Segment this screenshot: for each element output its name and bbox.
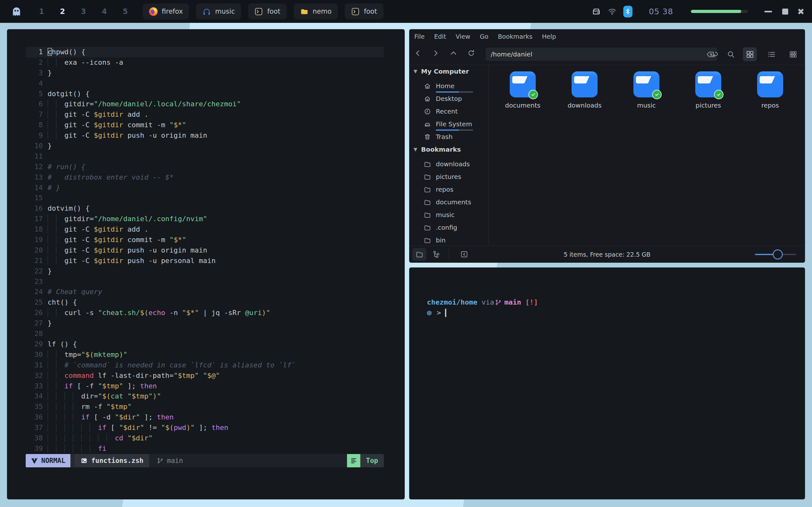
ghost-logo-icon[interactable] (11, 6, 22, 17)
up-button[interactable] (449, 49, 458, 57)
code-line-37[interactable]: 37▏ ▏ ▏ ▏ ▏ ▏ if [ "$dir" != "$(pwd)" ];… (26, 422, 384, 433)
code-line-38[interactable]: 38▏ ▏ ▏ ▏ ▏ ▏ ▏ ▏ cd "$dir" (26, 433, 384, 444)
code-line-17[interactable]: 17▏ ▏ gitdir="/home/daniel/.config/nvim" (26, 214, 384, 224)
back-button[interactable] (414, 49, 422, 57)
sidebar-item-home[interactable]: Home (409, 79, 489, 92)
sidebar-item-config[interactable]: .config (409, 221, 489, 234)
toggle-location-entry-icon[interactable] (710, 50, 719, 59)
code-line-27[interactable]: 27} (26, 318, 384, 329)
code-line-6[interactable]: 6▏ ▏ gitdir="/home/daniel/.local/share/c… (26, 99, 384, 109)
bluetooth-icon[interactable] (623, 6, 632, 17)
location-bar[interactable]: /home/daniel (486, 48, 717, 61)
taskbar-app-firefox[interactable]: firefox (143, 3, 189, 19)
close-button[interactable]: ✖ (797, 7, 804, 16)
sidebar-item-bin[interactable]: bin (409, 234, 489, 246)
zoom-slider[interactable] (755, 254, 796, 255)
menu-view[interactable]: View (455, 33, 470, 40)
code-line-10[interactable]: 10} (26, 141, 384, 151)
sidebar-item-file-system[interactable]: File System (409, 118, 489, 130)
disk-icon[interactable] (591, 7, 601, 16)
prompt-caret: > (437, 307, 441, 318)
code-line-24[interactable]: 24# Cheat query (26, 287, 384, 297)
workspace-5[interactable]: 5 (121, 7, 129, 15)
code-line-25[interactable]: 25cht() { (26, 297, 384, 308)
sidebar-item-desktop[interactable]: Desktop (409, 92, 489, 105)
code-line-7[interactable]: 7▏ ▏ git -C $gitdir add . (26, 109, 384, 120)
code-line-39[interactable]: 39▏ ▏ ▏ ▏ ▏ ▏ fi (26, 444, 384, 454)
code-line-1[interactable]: 1chpwd() { (26, 47, 384, 57)
code-line-23[interactable]: 23 (26, 277, 384, 287)
code-line-31[interactable]: 31▏ ▏ # `command` is needed in case `lfc… (26, 360, 384, 371)
sidebar-item-music[interactable]: music (409, 209, 489, 221)
sidebar-item-pictures[interactable]: pictures (409, 170, 489, 183)
code-line-18[interactable]: 18▏ ▏ git -C $gitdir add . (26, 224, 384, 235)
code-line-35[interactable]: 35▏ ▏ ▏ ▏ rm -f "$tmp" (26, 402, 384, 412)
mode-label: NORMAL (41, 457, 65, 464)
code-line-4[interactable]: 4 (26, 78, 384, 89)
folder-music[interactable]: music (623, 71, 670, 109)
code-line-13[interactable]: 13# distrobox enter void -- $* (26, 172, 384, 183)
code-line-3[interactable]: 3} (26, 68, 384, 78)
sidebar-header-my-computer[interactable]: ▼My Computer (409, 65, 489, 78)
location-path[interactable]: /home/daniel (491, 50, 706, 58)
code-line-21[interactable]: 21▏ ▏ git -C $gitdir push -u personal ma… (26, 256, 384, 266)
code-area[interactable]: 1chpwd() {2▏ ▏ exa --icons -a3}45dotgit(… (26, 47, 384, 454)
workspace-2[interactable]: 2 (58, 7, 67, 15)
maximize-button[interactable] (782, 9, 788, 15)
sidebar-item-documents[interactable]: documents (409, 196, 489, 209)
code-line-26[interactable]: 26▏ ▏ curl -s "cheat.sh/$(echo -n "$*" |… (26, 308, 384, 318)
code-line-12[interactable]: 12# run() { (26, 162, 384, 172)
workspace-3[interactable]: 3 (79, 7, 87, 15)
menu-file[interactable]: File (414, 33, 425, 40)
code-line-33[interactable]: 33▏ ▏ if [ -f "$tmp" ]; then (26, 381, 384, 392)
taskbar-app-foot[interactable]: foot (345, 3, 383, 19)
code-line-30[interactable]: 30▏ ▏ tmp="$(mktemp)" (26, 350, 384, 360)
taskbar-app-music[interactable]: music (196, 3, 241, 19)
folder-repos[interactable]: repos (746, 71, 794, 109)
workspace-4[interactable]: 4 (100, 7, 109, 15)
search-icon[interactable] (727, 50, 735, 59)
code-line-16[interactable]: 16dotvim() { (26, 204, 384, 214)
code-line-11[interactable]: 11 (26, 151, 384, 162)
menu-go[interactable]: Go (480, 33, 489, 40)
code-line-14[interactable]: 14# } (26, 183, 384, 193)
wifi-icon[interactable] (608, 7, 617, 16)
folder-documents[interactable]: documents (499, 71, 547, 109)
code-line-8[interactable]: 8▏ ▏ git -C $gitdir commit -m "$*" (26, 120, 384, 130)
code-line-19[interactable]: 19▏ ▏ git -C $gitdir commit -m "$*" (26, 235, 384, 245)
folder-pictures[interactable]: pictures (685, 71, 732, 109)
compact-view-button[interactable] (786, 47, 800, 61)
zoom-slider-handle[interactable] (773, 249, 783, 260)
code-line-34[interactable]: 34▏ ▏ ▏ ▏ dir="$(cat "$tmp")" (26, 391, 384, 402)
taskbar-app-foot[interactable]: foot (248, 3, 287, 19)
code-line-22[interactable]: 22} (26, 266, 384, 277)
list-view-button[interactable] (764, 47, 778, 61)
code-line-5[interactable]: 5dotgit() { (26, 89, 384, 99)
menu-help[interactable]: Help (542, 33, 556, 40)
code-line-29[interactable]: 29lf () { (26, 339, 384, 350)
input-line[interactable]: ❆ > (427, 307, 446, 318)
code-line-2[interactable]: 2▏ ▏ exa --icons -a (26, 57, 384, 68)
sidebar-item-downloads[interactable]: downloads (409, 158, 489, 170)
menu-bookmarks[interactable]: Bookmarks (498, 33, 533, 40)
code-line-15[interactable]: 15 (26, 193, 384, 204)
minimize-button[interactable] (764, 11, 772, 12)
sidebar-header-bookmarks[interactable]: ▼Bookmarks (409, 143, 489, 156)
terminal-window[interactable]: chezmoi/home via main [!] ❆ > (409, 268, 805, 499)
refresh-button[interactable] (467, 49, 476, 57)
workspace-1[interactable]: 1 (38, 7, 46, 15)
sidebar-item-recent[interactable]: Recent (409, 105, 489, 118)
menu-edit[interactable]: Edit (434, 33, 446, 40)
code-line-36[interactable]: 36▏ ▏ ▏ ▏ if [ -d "$dir" ]; then (26, 412, 384, 422)
line-number: 3 (26, 68, 43, 78)
taskbar-app-nemo[interactable]: nemo (294, 3, 338, 19)
icon-view-button[interactable] (743, 47, 757, 61)
code-line-9[interactable]: 9▏ ▏ git -C $gitdir push -u origin main (26, 130, 384, 141)
sidebar-item-repos[interactable]: repos (409, 183, 489, 196)
code-line-20[interactable]: 20▏ ▏ git -C $gitdir push -u origin main (26, 245, 384, 256)
folder-downloads[interactable]: downloads (561, 71, 608, 109)
code-line-32[interactable]: 32▏ ▏ command lf -last-dir-path="$tmp" "… (26, 371, 384, 381)
sidebar-item-trash[interactable]: Trash (409, 130, 489, 143)
code-line-28[interactable]: 28 (26, 329, 384, 339)
forward-button[interactable] (431, 49, 440, 57)
